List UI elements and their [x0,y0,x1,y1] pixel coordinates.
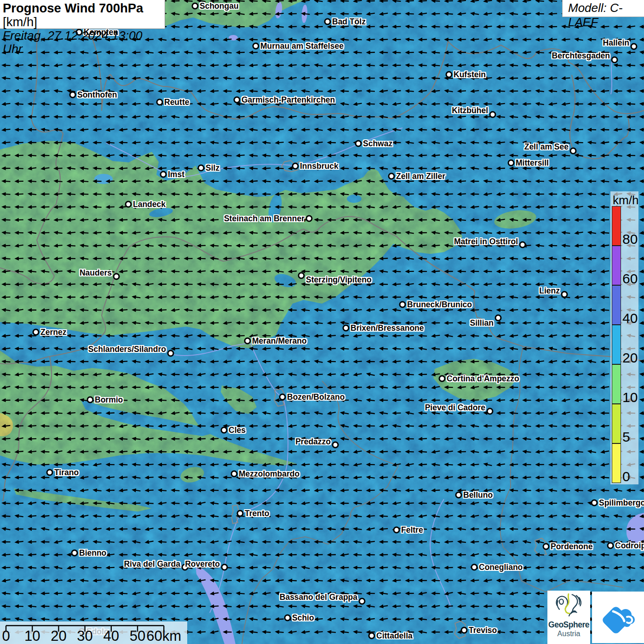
city-label: Tirano [54,468,79,477]
city-label: Steinach am Brenner [224,214,305,224]
city-label: Predazzo [295,437,331,447]
city-label: Pieve di Cadore [425,403,485,413]
city-label: Sterzing/Vipiteno [306,275,372,285]
city-label: Feltre [401,525,423,535]
city-label: Bruneck/Brunico [407,300,472,310]
legend-color-block [612,285,621,325]
color-scale-legend: km/h 806040201050 [610,191,638,484]
city-label: Mezzolombardo [239,469,299,479]
model-logo-box [592,592,644,643]
city-dot [388,173,395,180]
city-dot [253,43,259,50]
geosphere-wordmark: GeoSphere [547,620,590,630]
city-label: Berchtesgaden [552,51,610,61]
city-dot [234,97,241,104]
city-dot [570,148,577,155]
scale-label: 30 [77,628,92,644]
city-label: Lienz [539,286,560,296]
city-dot [192,3,199,10]
city-dot [113,273,120,280]
scale-label: 20 [51,628,66,644]
city-label: Zell am Ziller [396,172,445,181]
city-label: Kufstein [454,70,486,80]
scale-label: 50 [130,628,145,644]
city-label: Bienno [79,548,106,558]
city-dot [439,375,446,382]
city-dot [306,215,313,222]
city-dot [221,427,228,434]
page-title: Prognose Wind 700hPa [km/h] [3,1,165,29]
city-dot [495,315,502,322]
city-label: Murnau am Staffelsee [260,41,344,51]
city-label: Zell am See [524,142,569,152]
city-dot [69,92,76,98]
legend-tick-label: 80 [622,231,638,247]
legend-color-block [612,246,621,285]
title-text: Prognose Wind 700hPa [3,1,143,15]
model-box: Modell: C-LAEF [562,0,644,17]
city-dot [343,325,350,332]
legend-color-block [612,443,621,483]
city-dot [71,550,78,557]
city-dot [292,163,299,170]
legend-tick-label: 10 [622,390,638,405]
city-dot [611,57,618,63]
city-dot [561,291,568,298]
blue-mountain-cloud-icon [598,598,638,636]
city-label: Brixen/Bressanone [351,323,424,333]
city-label: Schlanders/Silandro [88,345,166,354]
city-label: Zernez [40,328,66,337]
city-dot [489,111,496,118]
city-dot [455,492,462,499]
city-dot [284,615,291,621]
legend-tick-label: 5 [622,429,630,445]
city-dot [244,338,251,345]
city-dot [607,542,614,549]
city-dot [298,272,305,279]
legend-tick-label: 40 [622,310,638,326]
city-label: Codroipo [615,541,644,551]
forecast-datetime: Freitag, 27.12.2024 13:00 Uhr [3,29,165,56]
legend-tick-label: 0 [622,469,630,484]
city-dot [198,165,205,172]
model-label: Modell: C-LAEF [563,0,644,29]
city-label: Rovereto [185,559,220,569]
scale-label: 10 [24,628,40,644]
city-dot [461,627,468,634]
city-dot [471,564,478,571]
city-dot [46,469,53,476]
city-label: Kitzbühel [452,106,488,115]
city-dot [221,564,228,571]
city-label: Schio [292,613,314,623]
city-dot [324,18,331,25]
city-dot [508,160,515,167]
city-dot [332,442,339,448]
city-label: Sonthofen [77,90,117,100]
city-label: Matrei in Osttirol [454,237,518,247]
weather-map-screenshot: SchongauBad TölzKemptenMurnau am Staffel… [0,0,644,644]
city-dot [87,397,94,403]
city-label: Pordenone [551,542,592,552]
city-dot [160,171,167,178]
city-label: Riva del Garda [124,559,180,569]
city-label: Nauders [80,268,112,278]
city-dot [355,140,362,147]
distance-scale-bar: 0102030405060km [0,621,187,644]
city-label: Mittersill [516,158,549,168]
city-label: Belluno [463,490,493,500]
legend-tick-label: 60 [622,271,638,287]
city-dot [399,301,406,308]
city-dot [33,329,40,336]
city-label: Bormio [95,395,123,405]
scale-label: 60km [146,628,181,644]
city-dot [543,543,550,550]
title-box: Prognose Wind 700hPa [km/h] Freitag, 27.… [0,0,165,29]
city-label: Schwaz [363,139,392,149]
scale-label: 40 [104,628,119,644]
city-label: Conegliano [479,563,523,572]
city-label: Garmisch-Partenkirchen [242,95,335,105]
city-dot [156,99,163,106]
city-label: Sillian [470,318,494,328]
city-dot [279,394,286,401]
legend-unit-label: km/h [613,193,638,207]
